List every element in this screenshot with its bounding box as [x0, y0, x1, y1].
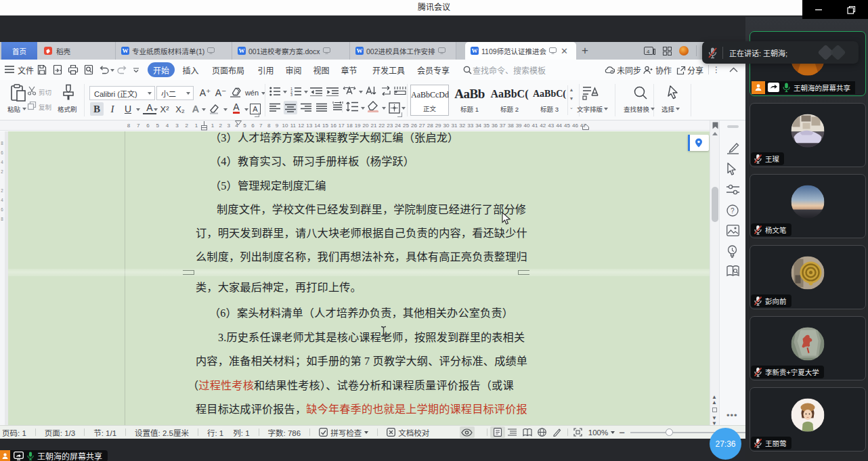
book-view-icon[interactable]: [520, 426, 535, 438]
collapse-ribbon-icon[interactable]: [729, 67, 738, 72]
help-icon[interactable]: ?: [726, 204, 739, 217]
app-center-icon[interactable]: [663, 47, 672, 56]
print-icon[interactable]: [68, 64, 79, 75]
document-line[interactable]: （6）案头材料清单（人才培养办负责，其他相关办公室负责）: [209, 307, 513, 320]
align-center-icon[interactable]: [284, 101, 297, 114]
copy-icon[interactable]: [27, 101, 37, 110]
format-painter-icon[interactable]: [61, 84, 76, 102]
close-tab-icon[interactable]: ✕: [561, 46, 568, 56]
numbered-list-icon[interactable]: 123: [290, 87, 302, 96]
asian-layout-icon[interactable]: [343, 85, 356, 96]
document-line[interactable]: 么制度，列出制度名称，我们再想法补充，具体有高正亮负责整理归: [196, 251, 527, 263]
save-icon[interactable]: [37, 64, 47, 75]
document-line[interactable]: 类，大家最后神定，再打印上传。: [196, 282, 362, 294]
clear-format-icon[interactable]: [229, 87, 242, 97]
eye-protection-icon[interactable]: [460, 426, 475, 438]
hamburger-icon[interactable]: [5, 66, 14, 73]
browse-object-button[interactable]: [712, 408, 717, 412]
zoom-out-button[interactable]: −: [619, 426, 625, 438]
pen-edit-icon[interactable]: [726, 142, 739, 154]
menu-tab-dev-tools[interactable]: 开发工具: [370, 60, 407, 80]
tab-document-active[interactable]: W 1109师范认证推进会 ✕: [465, 42, 576, 60]
proofread-button[interactable]: 文档校对: [387, 427, 429, 438]
styles-scroll[interactable]: ▲▼⌄: [567, 85, 575, 115]
underline-button[interactable]: U: [121, 102, 135, 116]
increase-indent-icon[interactable]: [326, 87, 339, 96]
zoom-slider-knob[interactable]: [666, 429, 673, 436]
horizontal-ruler[interactable]: 8765432112345678910111213141516171819202…: [0, 120, 710, 131]
font-name-select[interactable]: Calibri (正文): [89, 86, 155, 100]
vertical-ruler[interactable]: 86422468: [0, 131, 5, 425]
export-pdf-icon[interactable]: [52, 64, 63, 75]
spellcheck-button[interactable]: 拼写检查: [319, 427, 368, 438]
shading-icon[interactable]: [367, 101, 380, 112]
collab-label[interactable]: 协作: [654, 60, 673, 80]
menu-tab-member[interactable]: 会员专享: [415, 60, 452, 80]
menu-file[interactable]: 文件: [16, 60, 35, 80]
highlight-color-icon[interactable]: [209, 104, 221, 114]
document-line[interactable]: （5）管理规定制度汇编: [210, 180, 326, 192]
document-line[interactable]: 3.历史系任课老师尤其是核心课程老师，按照发到群里的表相关: [218, 332, 525, 344]
tab-document-1[interactable]: W 专业纸质版材料清单(1): [116, 42, 232, 60]
prev-page-button[interactable]: ▲▲: [712, 395, 717, 405]
copy-label[interactable]: 复制: [39, 102, 51, 112]
indent-marker[interactable]: [200, 121, 208, 131]
command-search-input[interactable]: 查找命令、搜索模板: [473, 60, 567, 80]
align-left-icon[interactable]: [269, 103, 280, 112]
participant-tile[interactable]: 王丽莺: [750, 387, 866, 452]
zoom-level[interactable]: 100%: [588, 429, 615, 437]
outline-view-icon[interactable]: [505, 426, 520, 438]
document-line[interactable]: 制度文件，学校文件已经发到群里，学院制度已经进行了部分修: [217, 204, 526, 216]
format-painter-label[interactable]: 格式刷: [58, 104, 77, 114]
scroll-up-arrow[interactable]: [712, 132, 718, 135]
menu-tab-insert[interactable]: 插入: [180, 60, 201, 80]
menu-tab-review[interactable]: 审阅: [283, 60, 304, 80]
document-line[interactable]: 内容，准备相关材料；如手册的第 7 页教学大纲、评分标准、成绩单: [196, 355, 527, 368]
document-line[interactable]: （3）人才培养方案及课程教学大纲汇编（张启龙）: [210, 132, 458, 144]
justify-icon[interactable]: [316, 103, 327, 112]
italic-button[interactable]: I: [106, 102, 119, 116]
font-color-icon[interactable]: A: [230, 101, 243, 114]
bookmark-icon[interactable]: [712, 122, 718, 129]
page-view-icon[interactable]: [490, 426, 505, 438]
decrease-indent-icon[interactable]: [310, 87, 322, 96]
text-effects-icon[interactable]: A: [189, 102, 202, 116]
fit-page-icon[interactable]: [571, 426, 586, 438]
find-replace-label[interactable]: 查找替换: [624, 104, 655, 114]
window-manage-icon[interactable]: 4: [644, 47, 655, 56]
document-line[interactable]: 订，明天发到群里，请八大块老师根据自己负责的内容，看还缺少什: [196, 227, 527, 240]
redo-icon[interactable]: [117, 66, 127, 74]
subscript-icon[interactable]: X₂: [173, 102, 187, 116]
collapse-handle[interactable]: [727, 125, 739, 128]
text-layout-icon[interactable]: [582, 86, 599, 101]
undo-dropdown-caret[interactable]: [110, 69, 114, 72]
location-button[interactable]: [688, 135, 709, 151]
document-line[interactable]: （过程性考核和结果性考核）、试卷分析和课程质量评价报告（或课: [188, 380, 514, 392]
collaborate-icon[interactable]: [643, 66, 653, 74]
restore-button[interactable]: [847, 5, 856, 14]
more-tools-icon[interactable]: •••: [726, 410, 738, 420]
bold-button[interactable]: B: [90, 102, 104, 116]
paragraph-mark-icon[interactable]: [381, 86, 391, 95]
text-direction-icon[interactable]: [365, 85, 376, 96]
tab-document-3[interactable]: W 002进校具体工作安排: [350, 42, 456, 60]
menu-tab-page-layout[interactable]: 页面布局: [210, 60, 246, 80]
idea-lamp-icon[interactable]: [726, 245, 738, 258]
decrease-font-icon[interactable]: A⁻: [214, 86, 227, 100]
bullet-list-icon[interactable]: [269, 87, 281, 96]
paste-icon[interactable]: [9, 84, 27, 103]
web-view-icon[interactable]: [535, 426, 550, 438]
toolbar-options-icon[interactable]: [133, 68, 139, 72]
style-heading2[interactable]: AaBbC( 标题 2: [490, 85, 529, 116]
menu-tab-start[interactable]: 开始: [148, 62, 175, 77]
undo-icon[interactable]: [99, 66, 109, 74]
share-label[interactable]: 分享: [686, 60, 705, 80]
cut-label[interactable]: 剪切: [39, 87, 51, 97]
document-canvas[interactable]: 86422468 （3）人才培养方案及课程教学大纲汇编（张启龙）（4）教育实习、…: [0, 131, 710, 425]
style-heading1[interactable]: AaBb 标题 1: [450, 85, 489, 116]
dictionary-icon[interactable]: [726, 265, 739, 277]
sync-status[interactable]: 未同步: [614, 60, 644, 80]
increase-font-icon[interactable]: A⁺: [198, 86, 212, 100]
print-preview-icon[interactable]: [83, 64, 94, 75]
line-spacing-icon[interactable]: [346, 102, 358, 112]
